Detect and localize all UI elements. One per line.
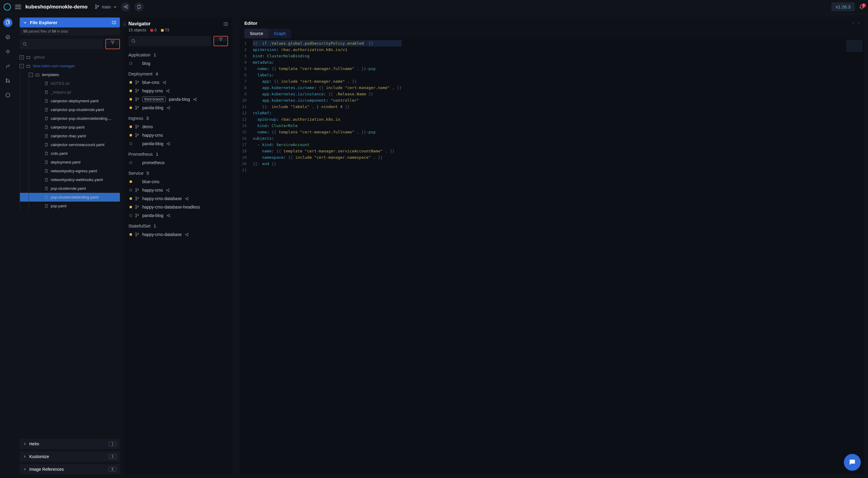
nav-group-header[interactable]: Deployment4	[128, 71, 228, 76]
nav-item[interactable]: happy-cms	[128, 131, 228, 139]
code-line[interactable]: name: {{ template "cert-manager.fullname…	[253, 129, 402, 135]
code-line[interactable]: name: {{ template "cert-manager.serviceA…	[253, 148, 402, 154]
editor-next-button[interactable]: ›	[858, 21, 860, 26]
rail-cluster[interactable]	[3, 47, 12, 56]
nav-group-header[interactable]: StatefulSet1	[128, 223, 228, 229]
code-line[interactable]: namespace: {{ include "cert-manager.name…	[253, 154, 402, 161]
code-line[interactable]: name: {{ template "cert-manager.fullname…	[253, 66, 402, 72]
share-icon[interactable]	[185, 197, 189, 201]
tree-row[interactable]: cainjector-deployment.yaml	[20, 97, 120, 105]
tree-row[interactable]: +.github	[20, 53, 120, 62]
tree-row[interactable]: −blue-helm-cert-manager	[20, 62, 120, 70]
share-icon[interactable]	[166, 142, 170, 146]
file-explorer-header[interactable]: File Explorer	[20, 18, 120, 28]
file-tree[interactable]: +.github−blue-helm-cert-manager−template…	[20, 53, 120, 436]
nav-group-header[interactable]: Application1	[128, 52, 228, 57]
code-line[interactable]: {{- include "labels" . | nindent 4 }}	[253, 103, 402, 110]
menu-button[interactable]	[15, 5, 21, 9]
tree-row[interactable]: crds.yaml	[20, 149, 120, 158]
share-icon[interactable]	[162, 80, 166, 84]
code-line[interactable]: kind: ClusterRoleBinding	[253, 53, 402, 59]
share-icon[interactable]	[185, 233, 189, 237]
minimap[interactable]	[846, 40, 863, 52]
code-line[interactable]: kind: ClusterRole	[253, 123, 402, 129]
code-line[interactable]: apiGroup: rbac.authorization.k8s.io	[253, 116, 402, 123]
share-icon[interactable]	[166, 106, 170, 110]
nav-item[interactable]: blue-cms	[128, 177, 228, 186]
file-filter-button[interactable]	[106, 40, 119, 44]
tab-source[interactable]: Source	[244, 29, 269, 38]
tree-row[interactable]: −templates	[20, 70, 120, 79]
tree-row[interactable]: NOTES.txt	[20, 79, 120, 88]
navigator-list[interactable]: Application1blogDeployment4blue-cmshappy…	[128, 48, 228, 471]
code-line[interactable]: metadata:	[253, 59, 402, 66]
notifications-button[interactable]: 1	[859, 4, 864, 10]
rail-git[interactable]	[3, 62, 12, 71]
code-line[interactable]: - kind: ServiceAccount	[253, 141, 402, 148]
app-logo[interactable]	[4, 3, 11, 10]
nav-item[interactable]: happy-cms	[128, 186, 228, 194]
collapse-panel-button[interactable]: ‹	[122, 21, 127, 27]
file-search-input[interactable]	[20, 39, 103, 49]
tree-row[interactable]: psp.yaml	[20, 202, 120, 210]
nav-item[interactable]: happy-cms-database	[128, 230, 228, 239]
navigator-filter-button[interactable]	[215, 37, 227, 41]
nav-item[interactable]: happy-cms-database-headless	[128, 203, 228, 211]
accordion-image-references[interactable]: Image References6	[20, 464, 120, 474]
nav-item[interactable]: blog	[128, 59, 228, 68]
tab-graph[interactable]: Graph	[269, 29, 291, 38]
share-icon[interactable]	[166, 188, 170, 192]
tree-row[interactable]: networkpolicy-egress.yaml	[20, 167, 120, 175]
version-badge[interactable]: v1.26.3	[832, 2, 855, 11]
tree-row[interactable]: cainjector-rbac.yaml	[20, 132, 120, 140]
code-line[interactable]: {{- if .Values.global.podSecurityPolicy.…	[253, 40, 402, 46]
code-line[interactable]: app.kubernetes.io/component: "controller…	[253, 97, 402, 103]
nav-item[interactable]: demo	[128, 123, 228, 131]
tree-row[interactable]: cainjector-psp-clusterrole.yaml	[20, 105, 120, 114]
tree-row[interactable]: psp-clusterrole.yaml	[20, 184, 120, 193]
code-line[interactable]: app.kubernetes.io/instance: {{ .Release.…	[253, 91, 402, 97]
tree-row[interactable]: networkpolicy-webhooks.yaml	[20, 175, 120, 184]
chat-button[interactable]	[844, 454, 861, 471]
editor-prev-button[interactable]: ‹	[852, 21, 854, 26]
expand-toggle[interactable]: +	[20, 55, 24, 60]
nav-item[interactable]: happy-cms	[128, 87, 228, 95]
share-icon[interactable]	[166, 89, 170, 93]
nav-item[interactable]: third-branchpanda-blog	[128, 95, 228, 103]
nav-item[interactable]: happy-cms-database	[128, 194, 228, 203]
tree-row[interactable]: psp-clusterrolebinding.yaml	[20, 193, 120, 202]
navigator-search-input[interactable]	[128, 36, 211, 46]
panel-toggle-icon[interactable]	[223, 22, 228, 26]
rail-validation[interactable]	[3, 33, 12, 42]
code-line[interactable]: app: {{ include "cert-manager.name" . }}	[253, 78, 402, 84]
panel-toggle-icon[interactable]	[112, 20, 116, 25]
rail-settings[interactable]	[3, 91, 12, 100]
nav-item[interactable]: prometheus	[128, 159, 228, 167]
sync-button[interactable]	[134, 2, 144, 11]
rail-files[interactable]	[3, 18, 12, 27]
nav-item[interactable]: blue-cms	[128, 78, 228, 87]
rail-pull[interactable]	[3, 76, 12, 85]
tree-row[interactable]: cainjector-serviceaccount.yaml	[20, 140, 120, 149]
branch-selector[interactable]: main	[95, 4, 117, 9]
nav-group-header[interactable]: Ingress3	[128, 115, 228, 121]
share-icon[interactable]	[166, 214, 170, 217]
accordion-helm[interactable]: Helm1	[20, 439, 120, 449]
tree-row[interactable]: _helpers.tpl	[20, 88, 120, 97]
nav-item[interactable]: panda-blog	[128, 211, 228, 220]
code-line[interactable]: apiVersion: rbac.authorization.k8s.io/v1	[253, 46, 402, 53]
code-line[interactable]: subjects:	[253, 135, 402, 141]
tree-row[interactable]: cainjector-psp.yaml	[20, 123, 120, 132]
tree-row[interactable]: deployment.yaml	[20, 158, 120, 167]
accordion-kustomize[interactable]: Kustomize3	[20, 451, 120, 462]
nav-group-header[interactable]: Prometheus1	[128, 151, 228, 157]
expand-toggle[interactable]: −	[20, 64, 24, 68]
share-button[interactable]	[121, 2, 130, 11]
code-line[interactable]: labels:	[253, 72, 402, 78]
code-line[interactable]: {{- end }}	[253, 161, 402, 167]
nav-item[interactable]: panda-blog	[128, 103, 228, 112]
tree-row[interactable]: cainjector-psp-clusterrolebinding....	[20, 114, 120, 123]
code-line[interactable]: app.kubernetes.io/name: {{ include "cert…	[253, 84, 402, 91]
code-editor[interactable]: {{- if .Values.global.podSecurityPolicy.…	[250, 38, 404, 474]
nav-item[interactable]: panda-blog	[128, 139, 228, 148]
